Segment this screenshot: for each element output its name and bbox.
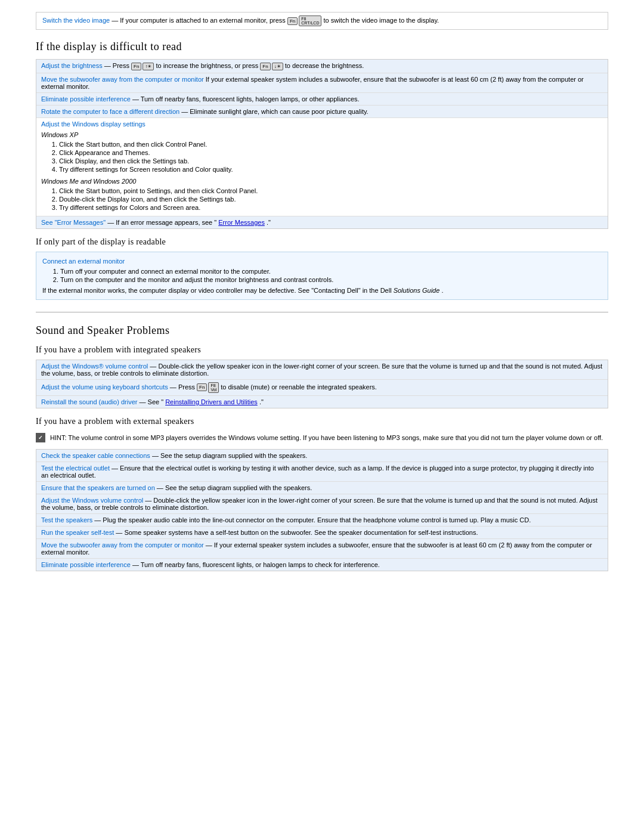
keyboard-shortcut-combo: Fn F8Vol: [197, 382, 219, 393]
list-item: Click the Start button, point to Setting…: [59, 187, 603, 194]
rotate-row: Rotate the computer to face a different …: [36, 106, 608, 118]
down-key-brightness: ↓☀: [272, 63, 283, 70]
interference-label: Eliminate possible interference: [41, 95, 131, 103]
windows-xp-steps: Click the Start button, and then click C…: [59, 141, 603, 173]
list-item: Turn on the computer and the monitor and…: [60, 276, 602, 283]
test-speakers-label: Test the speakers: [41, 516, 92, 524]
f8-key-switch: F8CRT/LCD: [299, 16, 321, 26]
subwoofer-ext-label: Move the subwoofer away from the compute…: [41, 541, 204, 549]
error-suffix: .": [267, 219, 271, 226]
subwoofer-label: Move the subwoofer away from the compute…: [41, 76, 204, 83]
fn-key-brightness-down: Fn: [260, 63, 270, 70]
switch-video-text: — If your computer is attached to an ext…: [112, 17, 286, 24]
reinstall-link[interactable]: Reinstalling Drivers and Utilities: [165, 398, 258, 405]
keyboard-shortcut-label: Adjust the volume using keyboard shortcu…: [41, 383, 168, 391]
keyboard-shortcut-row: Adjust the volume using keyboard shortcu…: [36, 380, 608, 396]
brightness-label: Adjust the brightness: [41, 62, 103, 69]
error-prefix: See "Error Messages": [41, 219, 106, 226]
interference-text: — Turn off nearby fans, fluorescent ligh…: [132, 95, 360, 103]
top-info-box: Switch the video image — If your compute…: [36, 12, 608, 30]
speakers-on-row: Ensure that the speakers are turned on —…: [36, 482, 608, 494]
switch-video-label: Switch the video image: [42, 17, 110, 24]
connect-monitor-steps: Turn off your computer and connect an ex…: [60, 268, 602, 283]
reinstall-suffix: .": [259, 398, 264, 405]
fn-key-mute: Fn: [197, 383, 207, 391]
brightness-up-combo: Fn ↑☀: [131, 63, 154, 70]
list-item: Try different settings for Screen resolu…: [59, 166, 603, 173]
windows-me-label: Windows Me and Windows 2000: [41, 178, 603, 185]
brightness-row: Adjust the brightness — Press Fn ↑☀ to i…: [36, 60, 608, 73]
windows-xp-label: Windows XP: [41, 131, 603, 138]
external-speakers-rows: Check the speaker cable connections — Se…: [36, 449, 608, 571]
integrated-speakers-rows: Adjust the Windows® volume control — Dou…: [36, 360, 608, 408]
error-link[interactable]: Error Messages: [218, 219, 265, 226]
section-divider: [36, 312, 608, 312]
self-test-text: — Some speaker systems have a self-test …: [116, 529, 478, 536]
windows-volume-label: Adjust the Windows volume control: [41, 497, 143, 504]
list-item: Try different settings for Colors and Sc…: [59, 204, 603, 211]
error-dash: — If an error message appears, see ": [107, 219, 216, 226]
key-combo-switch: Fn F8CRT/LCD: [287, 16, 322, 26]
hint-icon: ✓: [36, 433, 45, 442]
subwoofer-row: Move the subwoofer away from the compute…: [36, 73, 608, 93]
speaker-cable-label: Check the speaker cable connections: [41, 452, 150, 459]
self-test-label: Run the speaker self-test: [41, 529, 114, 536]
brightness-down-combo: Fn ↓☀: [260, 63, 283, 70]
display-partial-footer: If the external monitor works, the compu…: [42, 287, 602, 294]
f8-key-mute: F8Vol: [208, 382, 219, 393]
eliminate-ext-text: — Turn off nearby fans, fluorescent ligh…: [132, 561, 380, 568]
electrical-outlet-text: — Ensure that the electrical outlet is w…: [41, 465, 594, 479]
up-key-brightness: ↑☀: [143, 63, 154, 70]
brightness-mid: to increase the brightness, or press: [156, 62, 260, 69]
list-item: Turn off your computer and connect an ex…: [60, 268, 602, 275]
test-speakers-text: — Plug the speaker audio cable into the …: [94, 516, 531, 524]
eliminate-ext-row: Eliminate possible interference — Turn o…: [36, 559, 608, 571]
interference-row: Eliminate possible interference — Turn o…: [36, 93, 608, 106]
speaker-cable-row: Check the speaker cable connections — Se…: [36, 450, 608, 462]
eliminate-ext-label: Eliminate possible interference: [41, 561, 131, 568]
speaker-cable-text: — See the setup diagram supplied with th…: [152, 452, 307, 459]
sound-heading: Sound and Speaker Problems: [36, 324, 608, 337]
external-speakers-heading: If you have a problem with external spea…: [36, 417, 608, 426]
brightness-suffix: to decrease the brightness.: [285, 62, 364, 69]
keyboard-shortcut-suffix: to disable (mute) or reenable the integr…: [221, 383, 377, 391]
windows-volume-row: Adjust the Windows volume control — Doub…: [36, 494, 608, 514]
switch-video-suffix: to switch the video image to the display…: [324, 17, 439, 24]
list-item: Click the Start button, and then click C…: [59, 141, 603, 148]
display-partial-heading: If only part of the display is readable: [36, 237, 608, 247]
keyboard-shortcut-text: — Press: [170, 383, 197, 391]
adjust-windows-label: Adjust the Windows display settings: [41, 120, 145, 128]
fn-key-switch: Fn: [287, 17, 298, 25]
subwoofer-ext-row: Move the subwoofer away from the compute…: [36, 539, 608, 559]
reinstall-text: — See ": [139, 398, 163, 405]
reinstall-row: Reinstall the sound (audio) driver — See…: [36, 396, 608, 408]
hint-text: HINT: The volume control in some MP3 pla…: [50, 434, 603, 441]
volume-control-label: Adjust the Windows® volume control: [41, 363, 148, 370]
volume-control-row: Adjust the Windows® volume control — Dou…: [36, 360, 608, 380]
self-test-row: Run the speaker self-test — Some speaker…: [36, 527, 608, 539]
display-difficult-heading: If the display is difficult to read: [36, 41, 608, 53]
list-item: Click Display, and then click the Settin…: [59, 157, 603, 165]
windows-me-steps: Click the Start button, point to Setting…: [59, 187, 603, 211]
electrical-outlet-label: Test the electrical outlet: [41, 465, 110, 472]
integrated-speakers-heading: If you have a problem with integrated sp…: [36, 345, 608, 355]
list-item: Double-click the Display icon, and then …: [59, 196, 603, 203]
hint-box: ✓ HINT: The volume control in some MP3 p…: [36, 432, 608, 443]
connect-monitor-label: Connect an external monitor: [42, 258, 602, 265]
speakers-on-label: Ensure that the speakers are turned on: [41, 484, 155, 491]
display-partial-box: Connect an external monitor Turn off you…: [36, 252, 608, 300]
rotate-text: — Eliminate sunlight glare, which can ca…: [181, 108, 368, 115]
rotate-label: Rotate the computer to face a different …: [41, 108, 179, 115]
electrical-outlet-row: Test the electrical outlet — Ensure that…: [36, 462, 608, 482]
reinstall-label: Reinstall the sound (audio) driver: [41, 398, 137, 405]
list-item: Click Appearance and Themes.: [59, 149, 603, 156]
test-speakers-row: Test the speakers — Plug the speaker aud…: [36, 514, 608, 527]
error-messages-row: See "Error Messages" — If an error messa…: [36, 216, 608, 228]
fn-key-brightness-up: Fn: [131, 63, 141, 70]
display-difficult-rows: Adjust the brightness — Press Fn ↑☀ to i…: [36, 59, 608, 229]
speakers-on-text: — See the setup diagram supplied with th…: [157, 484, 312, 491]
adjust-windows-row: Adjust the Windows display settings Wind…: [36, 118, 608, 216]
brightness-em: — Press: [104, 62, 131, 69]
